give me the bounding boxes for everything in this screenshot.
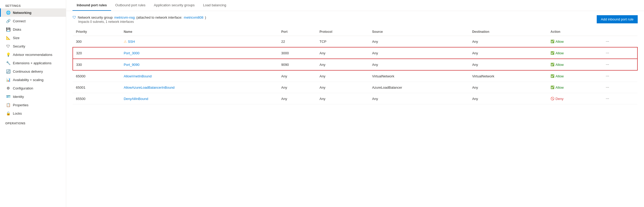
more-options-button[interactable]: ··· xyxy=(604,62,611,67)
sidebar-item-label: Locks xyxy=(13,112,22,115)
rule-name-link[interactable]: DenyAllInBound xyxy=(124,97,148,101)
sidebar-item-extensions[interactable]: 🔧 Extensions + applications xyxy=(0,59,66,67)
cell-source: VirtualNetwork xyxy=(369,70,469,82)
shield-icon: 🛡 xyxy=(72,15,76,19)
rule-name-link[interactable]: AllowVnetInBound xyxy=(124,74,152,78)
sidebar-item-locks[interactable]: 🔒 Locks xyxy=(0,109,66,118)
rule-name-link[interactable]: Port_9090 xyxy=(124,63,139,67)
tab-loadbalancing[interactable]: Load balancing xyxy=(199,0,230,11)
cell-destination: Any xyxy=(469,36,547,47)
sidebar-item-networking[interactable]: 🌐 Networking xyxy=(0,8,66,17)
tab-inbound[interactable]: Inbound port rules xyxy=(72,0,111,11)
rule-name-link[interactable]: Port_3000 xyxy=(124,51,139,55)
rule-name-link[interactable]: AllowAzureLoadBalancerInBound xyxy=(124,86,175,89)
sidebar-operations-header: Operations xyxy=(0,120,66,126)
rule-name-link[interactable]: SSH xyxy=(128,40,135,44)
nsg-info-bar: 🛡 Network security group metricvm-nsg (a… xyxy=(72,15,638,24)
cell-more[interactable]: ··· xyxy=(601,59,637,70)
sidebar-item-configuration[interactable]: ⚙ Configuration xyxy=(0,84,66,92)
add-inbound-rule-button[interactable]: Add inbound port rule xyxy=(597,15,638,23)
tab-asg[interactable]: Application security groups xyxy=(150,0,199,11)
cell-name[interactable]: AllowAzureLoadBalancerInBound xyxy=(121,82,278,93)
col-more xyxy=(601,28,637,36)
allow-icon: ✅ xyxy=(550,86,554,89)
cell-name[interactable]: DenyAllInBound xyxy=(121,93,278,104)
more-options-button[interactable]: ··· xyxy=(604,84,611,90)
cell-destination: VirtualNetwork xyxy=(469,70,547,82)
sidebar-item-continuous[interactable]: 🔄 Continuous delivery xyxy=(0,67,66,76)
cell-destination: Any xyxy=(469,47,547,59)
sidebar-item-availability[interactable]: 📊 Availability + scaling xyxy=(0,76,66,84)
sidebar-item-size[interactable]: 📐 Size xyxy=(0,34,66,42)
sidebar-item-advisor[interactable]: 💡 Advisor recommendations xyxy=(0,50,66,59)
locks-icon: 🔒 xyxy=(6,111,10,115)
cell-port: 3000 xyxy=(278,47,316,59)
networking-icon: 🌐 xyxy=(6,10,10,15)
action-label: Allow xyxy=(555,74,564,78)
extensions-icon: 🔧 xyxy=(6,61,10,65)
sidebar-item-label: Security xyxy=(13,44,25,48)
cell-protocol: Any xyxy=(316,47,369,59)
cell-priority: 65001 xyxy=(73,82,121,93)
nsg-name-link[interactable]: metricvm-nsg xyxy=(114,15,135,19)
sidebar-item-label: Identity xyxy=(13,95,24,99)
col-protocol: Protocol xyxy=(316,28,369,36)
cell-more[interactable]: ··· xyxy=(601,82,637,93)
sidebar-item-label: Connect xyxy=(13,19,25,23)
sidebar-item-label: Advisor recommendations xyxy=(13,53,52,57)
sidebar-item-identity[interactable]: 🪪 Identity xyxy=(0,92,66,101)
warn-icon: ⚠ xyxy=(124,40,127,44)
nsg-attach-text: (attached to network interface: xyxy=(136,15,182,19)
nsg-attach-close: ) xyxy=(205,15,206,19)
cell-priority: 65000 xyxy=(73,70,121,82)
cell-name[interactable]: Port_9090 xyxy=(121,59,278,70)
cell-more[interactable]: ··· xyxy=(601,70,637,82)
table-row: 65001AllowAzureLoadBalancerInBoundAnyAny… xyxy=(73,82,637,93)
sidebar-item-label: Configuration xyxy=(13,86,33,90)
col-name: Name xyxy=(121,28,278,36)
cell-port: Any xyxy=(278,93,316,104)
cell-name[interactable]: AllowVnetInBound xyxy=(121,70,278,82)
more-options-button[interactable]: ··· xyxy=(604,73,611,79)
action-label: Allow xyxy=(555,86,564,89)
col-action: Action xyxy=(547,28,601,36)
cell-source: Any xyxy=(369,47,469,59)
sidebar-item-properties[interactable]: 📋 Properties xyxy=(0,101,66,109)
sidebar-item-security[interactable]: 🛡 Security xyxy=(0,42,66,50)
cell-destination: Any xyxy=(469,59,547,70)
cell-more[interactable]: ··· xyxy=(601,47,637,59)
nsg-interface-link[interactable]: metricvm808 xyxy=(184,15,203,19)
cell-port: 22 xyxy=(278,36,316,47)
table-row: 300⚠SSH22TCPAnyAny✅Allow··· xyxy=(73,36,637,47)
more-options-button[interactable]: ··· xyxy=(604,96,611,102)
cell-protocol: Any xyxy=(316,93,369,104)
cell-source: Any xyxy=(369,36,469,47)
sidebar-settings-header: Settings xyxy=(0,2,66,8)
allow-icon: ✅ xyxy=(550,63,554,66)
cell-more[interactable]: ··· xyxy=(601,36,637,47)
sidebar-item-connect[interactable]: 🔗 Connect xyxy=(0,17,66,25)
content-area: 🛡 Network security group metricvm-nsg (a… xyxy=(66,11,644,207)
cell-name[interactable]: ⚠SSH xyxy=(121,36,278,47)
security-icon: 🛡 xyxy=(6,44,10,48)
nsg-info-text: 🛡 Network security group metricvm-nsg (a… xyxy=(72,15,206,19)
col-priority: Priority xyxy=(73,28,121,36)
cell-action: ✅Allow xyxy=(547,47,601,59)
tab-outbound[interactable]: Outbound port rules xyxy=(111,0,150,11)
tabs-bar: Inbound port rules Outbound port rules A… xyxy=(66,0,644,11)
sidebar-item-disks[interactable]: 💾 Disks xyxy=(0,25,66,34)
sidebar-item-label: Disks xyxy=(13,28,21,31)
cell-name[interactable]: Port_3000 xyxy=(121,47,278,59)
cell-protocol: Any xyxy=(316,70,369,82)
main-content: Inbound port rules Outbound port rules A… xyxy=(66,0,644,207)
deny-icon: 🚫 xyxy=(550,97,554,100)
table-row: 330Port_90909090AnyAnyAny✅Allow··· xyxy=(73,59,637,70)
cell-priority: 320 xyxy=(73,47,121,59)
col-port: Port xyxy=(278,28,316,36)
more-options-button[interactable]: ··· xyxy=(604,50,611,56)
allow-icon: ✅ xyxy=(550,40,554,43)
sidebar-item-label: Extensions + applications xyxy=(13,61,51,65)
size-icon: 📐 xyxy=(6,36,10,40)
cell-more[interactable]: ··· xyxy=(601,93,637,104)
more-options-button[interactable]: ··· xyxy=(604,39,611,44)
